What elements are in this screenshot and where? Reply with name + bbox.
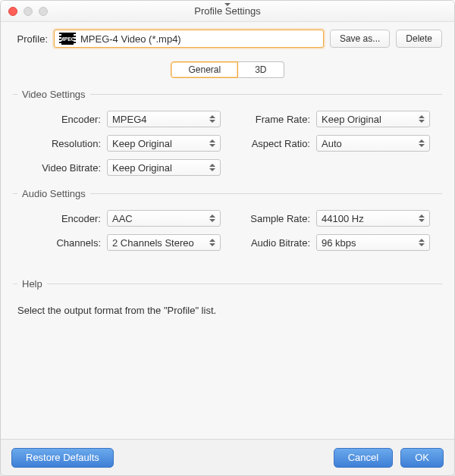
delete-button[interactable]: Delete	[396, 30, 442, 48]
chevron-updown-icon	[209, 139, 215, 147]
chevron-updown-icon	[419, 215, 425, 222]
frame-rate-select[interactable]: Keep Original	[316, 111, 430, 127]
profile-row: Profile: MPEG MPEG-4 Video (*.mp4) Save …	[13, 30, 442, 48]
chevron-updown-icon	[209, 115, 215, 123]
tab-general[interactable]: General	[171, 61, 238, 78]
tab-group: General 3D	[171, 61, 284, 78]
video-encoder-select[interactable]: MPEG4	[107, 111, 221, 127]
video-bitrate-select[interactable]: Keep Original	[107, 159, 221, 176]
channels-label: Channels:	[16, 237, 101, 249]
sample-rate-label: Sample Rate:	[227, 213, 310, 224]
chevron-updown-icon	[209, 239, 215, 246]
profile-select[interactable]: MPEG MPEG-4 Video (*.mp4)	[54, 30, 324, 48]
audio-encoder-label: Encoder:	[16, 213, 101, 224]
tab-3d[interactable]: 3D	[238, 61, 284, 78]
frame-rate-label: Frame Rate:	[227, 114, 310, 125]
save-as-button[interactable]: Save as...	[330, 30, 390, 48]
restore-defaults-button[interactable]: Restore Defaults	[11, 448, 114, 468]
window-title: Profile Settings	[1, 5, 454, 17]
profile-settings-window: Profile Settings Profile: MPEG MPEG-4 Vi…	[0, 0, 455, 476]
video-legend: Video Settings	[17, 89, 90, 100]
help-text: Select the output format from the "Profi…	[13, 300, 442, 316]
ok-button[interactable]: OK	[400, 448, 444, 468]
footer: Restore Defaults Cancel OK	[1, 439, 454, 475]
help-legend: Help	[17, 278, 47, 290]
audio-encoder-select[interactable]: AAC	[107, 210, 221, 227]
video-settings-group: Video Settings Encoder: MPEG4 Frame Rate…	[13, 89, 442, 176]
aspect-ratio-label: Aspect Ratio:	[227, 138, 310, 149]
aspect-ratio-select[interactable]: Auto	[316, 135, 430, 152]
chevron-updown-icon	[419, 115, 425, 123]
cancel-button[interactable]: Cancel	[334, 448, 393, 468]
video-bitrate-label: Video Bitrate:	[16, 162, 101, 174]
content-area: Profile: MPEG MPEG-4 Video (*.mp4) Save …	[1, 22, 454, 439]
resolution-select[interactable]: Keep Original	[107, 135, 221, 152]
mpeg-file-icon: MPEG	[59, 33, 76, 45]
profile-label: Profile:	[13, 33, 48, 45]
chevron-updown-icon	[419, 139, 425, 147]
resolution-label: Resolution:	[16, 138, 101, 149]
help-group: Help Select the output format from the "…	[13, 278, 442, 316]
audio-bitrate-label: Audio Bitrate:	[227, 237, 310, 249]
audio-legend: Audio Settings	[17, 188, 90, 199]
profile-value: MPEG-4 Video (*.mp4)	[80, 33, 318, 45]
sample-rate-select[interactable]: 44100 Hz	[316, 210, 430, 227]
audio-bitrate-select[interactable]: 96 kbps	[316, 234, 430, 251]
channels-select[interactable]: 2 Channels Stereo	[107, 234, 221, 251]
chevron-updown-icon	[209, 215, 215, 222]
chevron-updown-icon	[419, 239, 425, 246]
chevron-updown-icon	[209, 164, 215, 171]
audio-settings-group: Audio Settings Encoder: AAC Sample Rate:…	[13, 188, 442, 251]
video-encoder-label: Encoder:	[16, 114, 101, 125]
